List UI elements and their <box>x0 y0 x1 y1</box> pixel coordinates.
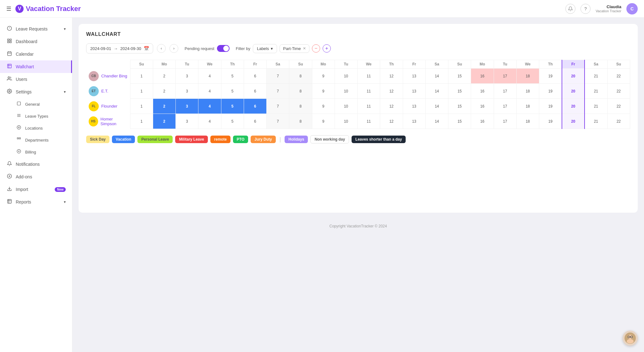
sidebar-item-locations[interactable]: Locations <box>13 122 72 134</box>
user-avatar[interactable]: C <box>626 3 638 14</box>
day-cell[interactable]: 21 <box>585 99 607 114</box>
day-cell[interactable]: 17 <box>494 99 516 114</box>
day-cell[interactable]: 19 <box>539 114 562 129</box>
day-cell[interactable]: 13 <box>403 69 425 84</box>
day-cell[interactable]: 3 <box>176 114 198 129</box>
user-name-link[interactable]: Homer Simpson <box>101 117 128 126</box>
day-cell[interactable]: 20 <box>562 84 585 99</box>
day-cell[interactable]: 15 <box>448 84 471 99</box>
day-cell[interactable]: 11 <box>358 69 380 84</box>
sidebar-item-reports[interactable]: Reports ▾ <box>0 196 72 208</box>
day-cell[interactable]: 16 <box>471 114 494 129</box>
day-cell[interactable]: 20 <box>562 114 585 129</box>
sidebar-item-settings[interactable]: Settings ▾ <box>0 86 72 98</box>
day-cell[interactable]: 19 <box>539 99 562 114</box>
day-cell[interactable]: 5 <box>221 69 244 84</box>
day-cell[interactable]: 22 <box>607 114 630 129</box>
add-filter-button[interactable]: + <box>323 44 331 53</box>
day-cell[interactable]: 11 <box>358 99 380 114</box>
day-cell[interactable]: 13 <box>403 114 425 129</box>
sidebar-item-add-ons[interactable]: Add-ons <box>0 170 72 183</box>
day-cell[interactable]: 9 <box>312 84 335 99</box>
day-cell[interactable]: 14 <box>425 84 448 99</box>
day-cell[interactable]: 12 <box>380 99 403 114</box>
day-cell[interactable]: 10 <box>335 99 357 114</box>
day-cell[interactable]: 12 <box>380 114 403 129</box>
day-cell[interactable]: 15 <box>448 69 471 84</box>
day-cell[interactable]: 10 <box>335 114 357 129</box>
sidebar-item-general[interactable]: General <box>13 98 72 110</box>
day-cell[interactable]: 7 <box>267 114 289 129</box>
day-cell[interactable]: 2 <box>153 69 175 84</box>
user-name-link[interactable]: E.T. <box>101 89 108 93</box>
day-cell[interactable]: 17 <box>494 69 516 84</box>
day-cell[interactable]: 1 <box>130 84 153 99</box>
day-cell[interactable]: 17 <box>494 114 516 129</box>
day-cell[interactable]: 14 <box>425 114 448 129</box>
day-cell[interactable]: 16 <box>471 99 494 114</box>
user-name-link[interactable]: Flounder <box>101 104 117 109</box>
day-cell[interactable]: 5 <box>221 99 244 114</box>
day-cell[interactable]: 18 <box>516 84 539 99</box>
day-cell[interactable]: 14 <box>425 99 448 114</box>
day-cell[interactable]: 18 <box>516 114 539 129</box>
day-cell[interactable]: 7 <box>267 99 289 114</box>
day-cell[interactable]: 10 <box>335 84 357 99</box>
day-cell[interactable]: 1 <box>130 99 153 114</box>
day-cell[interactable]: 9 <box>312 99 335 114</box>
day-cell[interactable]: 9 <box>312 114 335 129</box>
day-cell[interactable]: 15 <box>448 99 471 114</box>
day-cell[interactable]: 2 <box>153 99 175 114</box>
day-cell[interactable]: 22 <box>607 84 630 99</box>
day-cell[interactable]: 4 <box>198 84 221 99</box>
day-cell[interactable]: 10 <box>335 69 357 84</box>
next-button[interactable]: › <box>169 44 178 53</box>
day-cell[interactable]: 6 <box>244 69 266 84</box>
sidebar-item-users[interactable]: Users <box>0 73 72 86</box>
day-cell[interactable]: 21 <box>585 84 607 99</box>
day-cell[interactable]: 12 <box>380 69 403 84</box>
day-cell[interactable]: 8 <box>289 69 312 84</box>
sidebar-item-billing[interactable]: Billing <box>13 146 72 158</box>
day-cell[interactable]: 19 <box>539 69 562 84</box>
day-cell[interactable]: 1 <box>130 114 153 129</box>
day-cell[interactable]: 2 <box>153 114 175 129</box>
chat-avatar[interactable] <box>623 331 638 346</box>
remove-filter-button[interactable]: − <box>312 44 320 53</box>
day-cell[interactable]: 6 <box>244 114 266 129</box>
day-cell[interactable]: 14 <box>425 69 448 84</box>
day-cell[interactable]: 22 <box>607 69 630 84</box>
filter-dropdown[interactable]: Labels ▾ <box>253 44 277 53</box>
day-cell[interactable]: 5 <box>221 114 244 129</box>
day-cell[interactable]: 21 <box>585 114 607 129</box>
sidebar-item-wallchart[interactable]: Wallchart <box>0 60 72 73</box>
day-cell[interactable]: 22 <box>607 99 630 114</box>
day-cell[interactable]: 7 <box>267 84 289 99</box>
user-name-link[interactable]: Chandler Bing <box>101 74 127 78</box>
day-cell[interactable]: 1 <box>130 69 153 84</box>
day-cell[interactable]: 21 <box>585 69 607 84</box>
sidebar-item-departments[interactable]: Departments <box>13 134 72 146</box>
sidebar-item-leave-types[interactable]: Leave Types <box>13 110 72 122</box>
day-cell[interactable]: 18 <box>516 99 539 114</box>
day-cell[interactable]: 16 <box>471 84 494 99</box>
day-cell[interactable]: 17 <box>494 84 516 99</box>
sidebar-item-calendar[interactable]: Calendar <box>0 48 72 60</box>
day-cell[interactable]: 6 <box>244 84 266 99</box>
day-cell[interactable]: 15 <box>448 114 471 129</box>
day-cell[interactable]: 6 <box>244 99 266 114</box>
day-cell[interactable]: 18 <box>516 69 539 84</box>
day-cell[interactable]: 12 <box>380 84 403 99</box>
day-cell[interactable]: 4 <box>198 99 221 114</box>
notification-icon[interactable] <box>565 4 575 14</box>
date-range-picker[interactable]: 2024-09-01 → 2024-09-30 📅 <box>86 43 153 53</box>
day-cell[interactable]: 8 <box>289 84 312 99</box>
day-cell[interactable]: 20 <box>562 69 585 84</box>
day-cell[interactable]: 7 <box>267 69 289 84</box>
day-cell[interactable]: 13 <box>403 99 425 114</box>
day-cell[interactable]: 20 <box>562 99 585 114</box>
day-cell[interactable]: 3 <box>176 84 198 99</box>
day-cell[interactable]: 8 <box>289 114 312 129</box>
day-cell[interactable]: 5 <box>221 84 244 99</box>
day-cell[interactable]: 8 <box>289 99 312 114</box>
